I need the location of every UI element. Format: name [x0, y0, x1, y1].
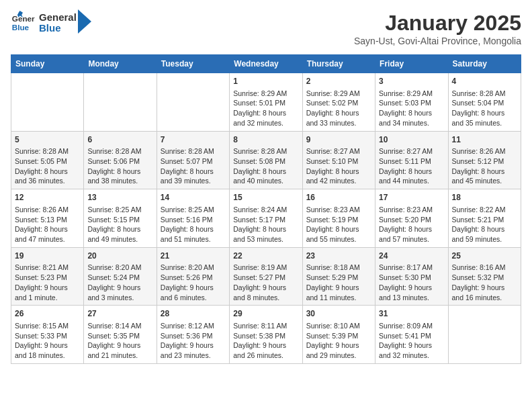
day-number: 21	[161, 250, 226, 262]
day-info: Sunrise: 8:28 AM Sunset: 5:06 PM Dayligh…	[87, 146, 152, 186]
day-cell: 7Sunrise: 8:28 AM Sunset: 5:07 PM Daylig…	[157, 131, 229, 189]
month-title: January 2025	[354, 11, 521, 36]
day-info: Sunrise: 8:10 AM Sunset: 5:39 PM Dayligh…	[306, 321, 371, 361]
day-cell: 1Sunrise: 8:29 AM Sunset: 5:01 PM Daylig…	[230, 73, 302, 132]
logo-icon: General Blue	[11, 11, 35, 35]
week-row-4: 19Sunrise: 8:21 AM Sunset: 5:23 PM Dayli…	[11, 247, 521, 306]
day-number: 23	[306, 250, 371, 262]
day-number: 13	[87, 192, 152, 203]
day-number: 2	[306, 76, 371, 87]
week-row-5: 26Sunrise: 8:15 AM Sunset: 5:33 PM Dayli…	[11, 306, 521, 364]
day-cell: 13Sunrise: 8:25 AM Sunset: 5:15 PM Dayli…	[84, 189, 157, 248]
day-cell: 26Sunrise: 8:15 AM Sunset: 5:33 PM Dayli…	[11, 306, 84, 364]
day-number: 20	[87, 250, 152, 262]
day-cell	[157, 73, 229, 132]
day-number: 19	[15, 250, 80, 262]
logo: General Blue General Blue	[11, 11, 91, 35]
day-info: Sunrise: 8:19 AM Sunset: 5:27 PM Dayligh…	[233, 263, 298, 302]
day-info: Sunrise: 8:20 AM Sunset: 5:24 PM Dayligh…	[87, 263, 152, 302]
day-cell: 6Sunrise: 8:28 AM Sunset: 5:06 PM Daylig…	[84, 131, 157, 189]
day-number: 15	[233, 192, 298, 203]
day-cell: 23Sunrise: 8:18 AM Sunset: 5:29 PM Dayli…	[302, 247, 375, 306]
day-number: 18	[452, 192, 517, 203]
day-cell: 4Sunrise: 8:28 AM Sunset: 5:04 PM Daylig…	[448, 73, 521, 132]
day-number: 17	[379, 192, 444, 203]
day-info: Sunrise: 8:25 AM Sunset: 5:15 PM Dayligh…	[87, 205, 152, 244]
day-number: 22	[233, 250, 298, 262]
day-number: 8	[233, 134, 298, 146]
day-info: Sunrise: 8:14 AM Sunset: 5:35 PM Dayligh…	[87, 321, 152, 361]
location-subtitle: Sayn-Ust, Govi-Altai Province, Mongolia	[354, 36, 521, 46]
day-number: 3	[379, 76, 444, 87]
day-cell	[11, 73, 84, 132]
day-number: 9	[306, 134, 371, 146]
day-info: Sunrise: 8:27 AM Sunset: 5:10 PM Dayligh…	[306, 146, 371, 186]
day-info: Sunrise: 8:23 AM Sunset: 5:19 PM Dayligh…	[306, 205, 371, 244]
day-info: Sunrise: 8:22 AM Sunset: 5:21 PM Dayligh…	[452, 205, 517, 244]
week-row-2: 5Sunrise: 8:28 AM Sunset: 5:05 PM Daylig…	[11, 131, 521, 189]
day-number: 14	[161, 192, 226, 203]
title-block: January 2025 Sayn-Ust, Govi-Altai Provin…	[354, 11, 521, 46]
day-cell: 3Sunrise: 8:29 AM Sunset: 5:03 PM Daylig…	[375, 73, 448, 132]
day-number: 7	[161, 134, 226, 146]
day-cell: 29Sunrise: 8:11 AM Sunset: 5:38 PM Dayli…	[230, 306, 302, 364]
day-number: 4	[452, 76, 517, 87]
day-info: Sunrise: 8:23 AM Sunset: 5:20 PM Dayligh…	[379, 205, 444, 244]
svg-text:General: General	[12, 14, 35, 23]
weekday-header-sunday: Sunday	[11, 55, 84, 73]
day-info: Sunrise: 8:26 AM Sunset: 5:13 PM Dayligh…	[15, 205, 80, 244]
page-header: General Blue General Blue January 2025 S…	[11, 11, 521, 46]
logo-triangle-icon	[78, 9, 91, 34]
day-cell: 31Sunrise: 8:09 AM Sunset: 5:41 PM Dayli…	[375, 306, 448, 364]
day-cell: 11Sunrise: 8:26 AM Sunset: 5:12 PM Dayli…	[448, 131, 521, 189]
day-info: Sunrise: 8:28 AM Sunset: 5:08 PM Dayligh…	[233, 146, 298, 186]
day-number: 30	[306, 308, 371, 320]
day-cell: 8Sunrise: 8:28 AM Sunset: 5:08 PM Daylig…	[230, 131, 302, 189]
weekday-header-tuesday: Tuesday	[157, 55, 229, 73]
day-number: 12	[15, 192, 80, 203]
weekday-header-wednesday: Wednesday	[230, 55, 302, 73]
week-row-3: 12Sunrise: 8:26 AM Sunset: 5:13 PM Dayli…	[11, 189, 521, 248]
day-cell: 18Sunrise: 8:22 AM Sunset: 5:21 PM Dayli…	[448, 189, 521, 248]
day-info: Sunrise: 8:11 AM Sunset: 5:38 PM Dayligh…	[233, 321, 298, 361]
day-cell: 14Sunrise: 8:25 AM Sunset: 5:16 PM Dayli…	[157, 189, 229, 248]
week-row-1: 1Sunrise: 8:29 AM Sunset: 5:01 PM Daylig…	[11, 73, 521, 132]
weekday-header-friday: Friday	[375, 55, 448, 73]
day-number: 11	[452, 134, 517, 146]
logo-general-text: General	[39, 12, 77, 24]
day-info: Sunrise: 8:17 AM Sunset: 5:30 PM Dayligh…	[379, 263, 444, 302]
day-cell: 16Sunrise: 8:23 AM Sunset: 5:19 PM Dayli…	[302, 189, 375, 248]
day-info: Sunrise: 8:16 AM Sunset: 5:32 PM Dayligh…	[452, 263, 517, 302]
day-number: 31	[379, 308, 444, 320]
day-cell: 30Sunrise: 8:10 AM Sunset: 5:39 PM Dayli…	[302, 306, 375, 364]
day-number: 16	[306, 192, 371, 203]
day-info: Sunrise: 8:18 AM Sunset: 5:29 PM Dayligh…	[306, 263, 371, 302]
day-cell: 25Sunrise: 8:16 AM Sunset: 5:32 PM Dayli…	[448, 247, 521, 306]
day-number: 10	[379, 134, 444, 146]
day-info: Sunrise: 8:21 AM Sunset: 5:23 PM Dayligh…	[15, 263, 80, 302]
day-cell	[448, 306, 521, 364]
day-cell	[84, 73, 157, 132]
day-number: 25	[452, 250, 517, 262]
day-cell: 19Sunrise: 8:21 AM Sunset: 5:23 PM Dayli…	[11, 247, 84, 306]
day-info: Sunrise: 8:27 AM Sunset: 5:11 PM Dayligh…	[379, 146, 444, 186]
day-info: Sunrise: 8:25 AM Sunset: 5:16 PM Dayligh…	[161, 205, 226, 244]
weekday-header-monday: Monday	[84, 55, 157, 73]
svg-marker-3	[78, 9, 91, 34]
day-info: Sunrise: 8:28 AM Sunset: 5:04 PM Dayligh…	[452, 89, 517, 128]
weekday-header-saturday: Saturday	[448, 55, 521, 73]
day-info: Sunrise: 8:29 AM Sunset: 5:02 PM Dayligh…	[306, 89, 371, 128]
day-info: Sunrise: 8:28 AM Sunset: 5:05 PM Dayligh…	[15, 146, 80, 186]
day-number: 1	[233, 76, 298, 87]
day-info: Sunrise: 8:09 AM Sunset: 5:41 PM Dayligh…	[379, 321, 444, 361]
logo-blue-text: Blue	[39, 23, 77, 34]
weekday-header-thursday: Thursday	[302, 55, 375, 73]
day-number: 26	[15, 308, 80, 320]
day-number: 6	[87, 134, 152, 146]
day-cell: 24Sunrise: 8:17 AM Sunset: 5:30 PM Dayli…	[375, 247, 448, 306]
weekday-header-row: SundayMondayTuesdayWednesdayThursdayFrid…	[11, 55, 521, 73]
day-cell: 22Sunrise: 8:19 AM Sunset: 5:27 PM Dayli…	[230, 247, 302, 306]
day-info: Sunrise: 8:12 AM Sunset: 5:36 PM Dayligh…	[161, 321, 226, 361]
day-cell: 15Sunrise: 8:24 AM Sunset: 5:17 PM Dayli…	[230, 189, 302, 248]
day-cell: 17Sunrise: 8:23 AM Sunset: 5:20 PM Dayli…	[375, 189, 448, 248]
